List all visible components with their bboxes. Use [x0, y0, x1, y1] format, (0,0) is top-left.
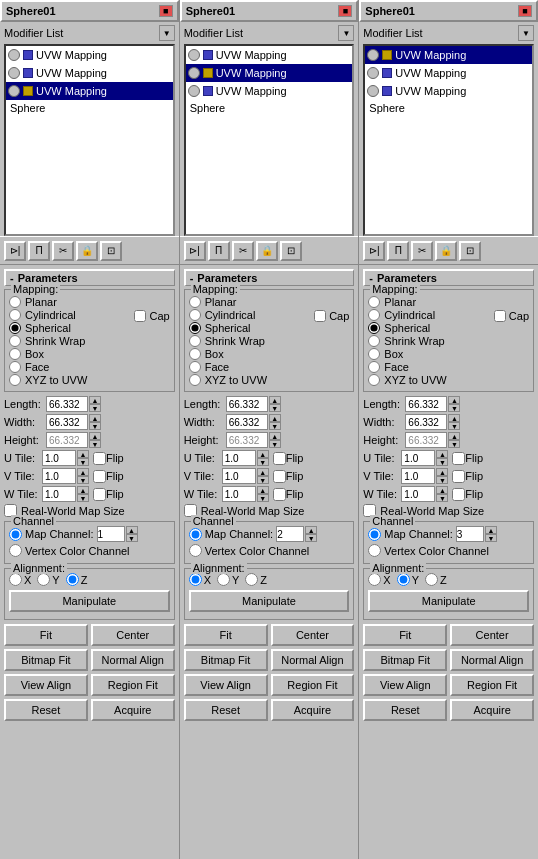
toolbar-btn-3-4[interactable]: 🔒 — [435, 241, 457, 261]
map-ch-down-1[interactable]: ▼ — [126, 534, 138, 542]
radio-planar-input-2[interactable] — [189, 296, 201, 308]
length-up-1[interactable]: ▲ — [89, 396, 101, 404]
toolbar-btn-3-3[interactable]: ✂ — [411, 241, 433, 261]
align-x-radio-2[interactable] — [189, 573, 202, 586]
cap-checkbox-1[interactable] — [134, 310, 146, 322]
reset-btn-2[interactable]: Reset — [184, 699, 268, 721]
utile-input-3[interactable] — [401, 450, 435, 466]
length-down-3[interactable]: ▼ — [448, 404, 460, 412]
v-flip-checkbox-3[interactable] — [452, 470, 465, 483]
height-up-1[interactable]: ▲ — [89, 432, 101, 440]
length-down-2[interactable]: ▼ — [269, 404, 281, 412]
w-flip-checkbox-2[interactable] — [273, 488, 286, 501]
center-btn-3[interactable]: Center — [450, 624, 534, 646]
radio-cylindrical-input-2[interactable] — [189, 309, 201, 321]
align-y-radio-2[interactable] — [217, 573, 230, 586]
vertex-channel-radio-2[interactable] — [189, 544, 202, 557]
vtile-up-3[interactable]: ▲ — [436, 468, 448, 476]
normal-align-btn-2[interactable]: Normal Align — [271, 649, 355, 671]
utile-down-3[interactable]: ▼ — [436, 458, 448, 466]
wtile-up-3[interactable]: ▲ — [436, 486, 448, 494]
close-btn-3[interactable]: ■ — [518, 5, 532, 17]
region-fit-btn-3[interactable]: Region Fit — [450, 674, 534, 696]
wtile-up-1[interactable]: ▲ — [77, 486, 89, 494]
acquire-btn-3[interactable]: Acquire — [450, 699, 534, 721]
radio-shrinkwrap-input-1[interactable] — [9, 335, 21, 347]
modifier-item-1-3[interactable]: UVW Mapping — [6, 82, 173, 100]
utile-input-2[interactable] — [222, 450, 256, 466]
vtile-up-1[interactable]: ▲ — [77, 468, 89, 476]
vertex-channel-radio-3[interactable] — [368, 544, 381, 557]
wtile-down-2[interactable]: ▼ — [257, 494, 269, 502]
toolbar-btn-2-1[interactable]: ⊳| — [184, 241, 206, 261]
radio-face-input-3[interactable] — [368, 361, 380, 373]
width-input-3[interactable] — [405, 414, 447, 430]
height-down-1[interactable]: ▼ — [89, 440, 101, 448]
acquire-btn-2[interactable]: Acquire — [271, 699, 355, 721]
region-fit-btn-1[interactable]: Region Fit — [91, 674, 175, 696]
align-z-radio-3[interactable] — [425, 573, 438, 586]
view-align-btn-2[interactable]: View Align — [184, 674, 268, 696]
utile-up-3[interactable]: ▲ — [436, 450, 448, 458]
modifier-item-1-2[interactable]: UVW Mapping — [6, 64, 173, 82]
width-down-2[interactable]: ▼ — [269, 422, 281, 430]
width-down-3[interactable]: ▼ — [448, 422, 460, 430]
width-down-1[interactable]: ▼ — [89, 422, 101, 430]
map-ch-up-3[interactable]: ▲ — [485, 526, 497, 534]
toolbar-btn-3-1[interactable]: ⊳| — [363, 241, 385, 261]
map-channel-input-1[interactable] — [97, 526, 125, 542]
wtile-down-1[interactable]: ▼ — [77, 494, 89, 502]
u-flip-checkbox-1[interactable] — [93, 452, 106, 465]
width-input-2[interactable] — [226, 414, 268, 430]
align-x-radio-3[interactable] — [368, 573, 381, 586]
utile-up-2[interactable]: ▲ — [257, 450, 269, 458]
reset-btn-1[interactable]: Reset — [4, 699, 88, 721]
map-ch-down-3[interactable]: ▼ — [485, 534, 497, 542]
toolbar-btn-1-3[interactable]: ✂ — [52, 241, 74, 261]
v-flip-checkbox-2[interactable] — [273, 470, 286, 483]
radio-xyz-input-3[interactable] — [368, 374, 380, 386]
center-btn-1[interactable]: Center — [91, 624, 175, 646]
radio-spherical-input-3[interactable] — [368, 322, 380, 334]
toolbar-btn-1-5[interactable]: ⊡ — [100, 241, 122, 261]
radio-spherical-input-2[interactable] — [189, 322, 201, 334]
vtile-input-1[interactable] — [42, 468, 76, 484]
toolbar-btn-1-2[interactable]: Π — [28, 241, 50, 261]
height-down-3[interactable]: ▼ — [448, 440, 460, 448]
normal-align-btn-3[interactable]: Normal Align — [450, 649, 534, 671]
vtile-down-2[interactable]: ▼ — [257, 476, 269, 484]
radio-face-input-2[interactable] — [189, 361, 201, 373]
w-flip-checkbox-3[interactable] — [452, 488, 465, 501]
align-x-radio-1[interactable] — [9, 573, 22, 586]
align-y-radio-1[interactable] — [37, 573, 50, 586]
width-up-3[interactable]: ▲ — [448, 414, 460, 422]
align-z-radio-1[interactable] — [66, 573, 79, 586]
vtile-up-2[interactable]: ▲ — [257, 468, 269, 476]
region-fit-btn-2[interactable]: Region Fit — [271, 674, 355, 696]
height-input-2[interactable] — [226, 432, 268, 448]
wtile-input-3[interactable] — [401, 486, 435, 502]
toolbar-btn-3-5[interactable]: ⊡ — [459, 241, 481, 261]
length-down-1[interactable]: ▼ — [89, 404, 101, 412]
height-up-3[interactable]: ▲ — [448, 432, 460, 440]
radio-planar-input-1[interactable] — [9, 296, 21, 308]
manipulate-btn-2[interactable]: Manipulate — [189, 590, 350, 612]
center-btn-2[interactable]: Center — [271, 624, 355, 646]
radio-xyz-input-2[interactable] — [189, 374, 201, 386]
radio-cylindrical-input-1[interactable] — [9, 309, 21, 321]
u-flip-checkbox-2[interactable] — [273, 452, 286, 465]
toolbar-btn-1-1[interactable]: ⊳| — [4, 241, 26, 261]
modifier-item-3-2[interactable]: UVW Mapping — [365, 64, 532, 82]
map-ch-up-1[interactable]: ▲ — [126, 526, 138, 534]
toolbar-btn-2-2[interactable]: Π — [208, 241, 230, 261]
bitmap-fit-btn-1[interactable]: Bitmap Fit — [4, 649, 88, 671]
reset-btn-3[interactable]: Reset — [363, 699, 447, 721]
length-up-3[interactable]: ▲ — [448, 396, 460, 404]
align-z-radio-2[interactable] — [245, 573, 258, 586]
radio-box-input-2[interactable] — [189, 348, 201, 360]
wtile-up-2[interactable]: ▲ — [257, 486, 269, 494]
bitmap-fit-btn-2[interactable]: Bitmap Fit — [184, 649, 268, 671]
fit-btn-2[interactable]: Fit — [184, 624, 268, 646]
vtile-down-1[interactable]: ▼ — [77, 476, 89, 484]
length-up-2[interactable]: ▲ — [269, 396, 281, 404]
